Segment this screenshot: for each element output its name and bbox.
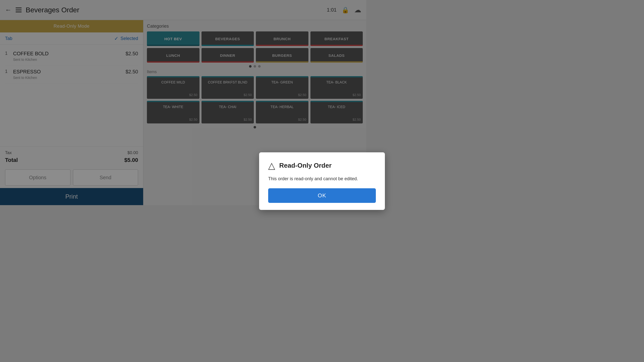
dialog-message: This order is read-only and cannot be ed…: [268, 175, 366, 182]
warning-icon: △: [268, 160, 275, 171]
dialog-title: Read-Only Order: [279, 162, 332, 169]
dialog-ok-button[interactable]: OK: [268, 188, 366, 203]
dialog-header: △ Read-Only Order: [268, 160, 366, 171]
read-only-dialog: △ Read-Only Order This order is read-onl…: [259, 152, 366, 205]
modal-overlay: △ Read-Only Order This order is read-onl…: [0, 0, 366, 205]
